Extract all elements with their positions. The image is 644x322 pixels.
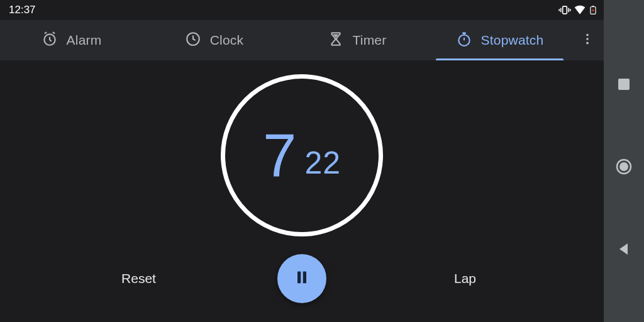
- more-vert-icon: [580, 32, 594, 48]
- nav-overview-button[interactable]: [614, 74, 634, 94]
- tab-stopwatch[interactable]: Stopwatch: [428, 20, 571, 60]
- circle-icon: [616, 158, 632, 175]
- status-icons: [558, 4, 597, 16]
- svg-point-12: [586, 38, 589, 40]
- vibrate-icon: [558, 4, 571, 16]
- tab-stopwatch-label: Stopwatch: [481, 33, 544, 48]
- tab-alarm[interactable]: Alarm: [0, 20, 143, 60]
- tab-alarm-label: Alarm: [67, 33, 102, 48]
- tab-timer-label: Timer: [353, 33, 387, 48]
- elapsed-seconds: 7: [263, 125, 297, 186]
- hourglass-icon: [328, 31, 344, 50]
- triangle-back-icon: [617, 242, 631, 256]
- svg-rect-14: [297, 272, 301, 284]
- svg-rect-15: [303, 272, 306, 284]
- system-nav-bar: [604, 0, 644, 322]
- svg-rect-10: [462, 32, 465, 34]
- battery-charging-icon: [589, 4, 597, 16]
- overflow-menu-button[interactable]: [571, 20, 604, 60]
- stopwatch-icon: [456, 31, 472, 50]
- nav-back-button[interactable]: [614, 239, 634, 259]
- stopwatch-pane: 7 22 Reset Lap: [0, 60, 604, 322]
- svg-point-9: [458, 35, 469, 46]
- wifi-icon: [574, 4, 586, 16]
- clock-icon: [185, 31, 201, 50]
- tab-timer[interactable]: Timer: [286, 20, 428, 60]
- nav-home-button[interactable]: [614, 157, 634, 177]
- stopwatch-controls: Reset Lap: [0, 254, 604, 303]
- status-bar: 12:37: [0, 0, 604, 20]
- tab-clock[interactable]: Clock: [143, 20, 286, 60]
- elapsed-hundredths: 22: [304, 147, 341, 179]
- status-time: 12:37: [9, 4, 36, 16]
- svg-rect-16: [618, 79, 630, 90]
- app-window: 12:37 Alarm Clock: [0, 0, 604, 322]
- square-icon: [618, 78, 630, 91]
- tab-clock-label: Clock: [210, 33, 244, 48]
- pause-button[interactable]: [277, 254, 326, 303]
- svg-rect-0: [563, 6, 567, 14]
- svg-rect-6: [592, 6, 594, 7]
- tab-bar: Alarm Clock Timer Stopwatch: [0, 20, 604, 60]
- reset-button[interactable]: Reset: [0, 271, 277, 286]
- pause-icon: [293, 269, 311, 289]
- stopwatch-dial[interactable]: 7 22: [221, 74, 383, 236]
- elapsed-time: 7 22: [263, 125, 341, 186]
- svg-point-11: [586, 34, 589, 36]
- alarm-icon: [42, 31, 58, 50]
- lap-button[interactable]: Lap: [326, 271, 604, 286]
- svg-point-18: [619, 162, 628, 171]
- svg-point-13: [586, 42, 589, 45]
